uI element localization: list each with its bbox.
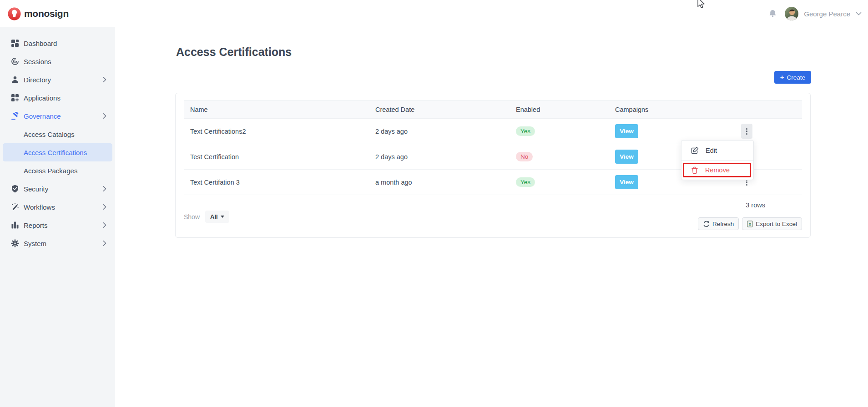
- view-campaigns-button[interactable]: View: [615, 150, 638, 164]
- edit-icon: [691, 146, 699, 154]
- sidebar-item-label: Security: [24, 185, 48, 193]
- column-header-name: Name: [184, 106, 369, 113]
- sidebar-subitem-label: Access Certifications: [24, 149, 87, 156]
- chevron-right-icon: [102, 76, 107, 83]
- refresh-button-label: Refresh: [712, 221, 734, 227]
- chevron-right-icon: [102, 186, 107, 192]
- sidebar-item-sessions[interactable]: Sessions: [0, 52, 115, 70]
- sidebar-item-label: Reports: [24, 221, 48, 229]
- view-campaigns-button[interactable]: View: [615, 124, 638, 138]
- sidebar-item-label: Dashboard: [24, 40, 57, 47]
- cell-created-date: a month ago: [369, 179, 510, 186]
- sidebar-subitem-label: Access Packages: [24, 167, 77, 175]
- sidebar-item-dashboard[interactable]: Dashboard: [0, 34, 115, 52]
- magic-wand-icon: [11, 203, 19, 211]
- sidebar-item-access-packages[interactable]: Access Packages: [0, 161, 115, 180]
- sidebar-item-access-certifications[interactable]: Access Certifications: [3, 143, 112, 161]
- enabled-badge: No: [516, 152, 533, 161]
- excel-file-icon: x: [747, 221, 753, 227]
- page-title: Access Certifications: [176, 45, 292, 59]
- sidebar-item-applications[interactable]: Applications: [0, 89, 115, 107]
- gear-icon: [11, 239, 19, 247]
- sidebar-item-label: Applications: [24, 94, 61, 102]
- page-size-value: All: [210, 213, 218, 220]
- show-label: Show: [184, 213, 200, 221]
- applications-icon: [11, 94, 19, 102]
- avatar[interactable]: [785, 7, 798, 20]
- sidebar-item-label: Workflows: [24, 203, 55, 211]
- notifications-bell-icon[interactable]: [767, 9, 777, 19]
- brand-name: monosign: [24, 8, 69, 19]
- trash-icon: [691, 166, 698, 174]
- column-header-campaigns: Campaigns: [609, 106, 741, 113]
- row-menu-kebab-icon[interactable]: [741, 124, 752, 139]
- cell-created-date: 2 days ago: [369, 128, 510, 135]
- menu-item-edit[interactable]: Edit: [681, 141, 753, 160]
- view-campaigns-button[interactable]: View: [615, 175, 638, 189]
- sessions-icon: [11, 57, 19, 65]
- sidebar-item-reports[interactable]: Reports: [0, 216, 115, 234]
- table-header-row: Name Created Date Enabled Campaigns: [184, 100, 802, 119]
- enabled-badge: Yes: [516, 177, 535, 187]
- dashboard-icon: [11, 39, 19, 47]
- topbar: monosign George Pearce: [0, 0, 868, 27]
- sidebar-item-system[interactable]: System: [0, 234, 115, 252]
- main-content: Access Certifications + Create Name Crea…: [115, 27, 868, 407]
- shield-check-icon: [11, 185, 19, 193]
- monosign-logo-icon: [8, 7, 21, 20]
- sidebar-item-workflows[interactable]: Workflows: [0, 198, 115, 216]
- governance-icon: [11, 112, 19, 120]
- chevron-right-icon: [102, 204, 107, 210]
- menu-item-label: Edit: [706, 147, 717, 154]
- export-to-excel-button[interactable]: x Export to Excel: [742, 217, 802, 230]
- create-button-label: Create: [787, 74, 806, 81]
- directory-icon: [11, 75, 19, 84]
- user-menu[interactable]: George Pearce: [785, 7, 862, 20]
- column-header-created-date: Created Date: [369, 106, 510, 113]
- svg-text:x: x: [749, 221, 751, 226]
- sidebar-item-label: System: [24, 240, 46, 247]
- sidebar-subitem-label: Access Catalogs: [24, 131, 75, 138]
- rows-count: 3 rows: [746, 201, 765, 209]
- page-size-select[interactable]: All: [205, 211, 229, 223]
- cell-created-date: 2 days ago: [369, 153, 510, 161]
- chevron-right-icon: [102, 222, 107, 228]
- export-button-label: Export to Excel: [756, 221, 797, 227]
- row-context-menu: Edit Remove: [681, 140, 754, 180]
- enabled-badge: Yes: [516, 126, 535, 136]
- create-button[interactable]: + Create: [774, 71, 811, 84]
- caret-down-icon: [221, 216, 224, 218]
- bar-chart-icon: [11, 221, 19, 229]
- sidebar-item-security[interactable]: Security: [0, 180, 115, 198]
- cell-name: Test Certification: [184, 153, 369, 161]
- chevron-right-icon: [102, 240, 107, 246]
- sidebar-item-access-catalogs[interactable]: Access Catalogs: [0, 125, 115, 143]
- sidebar-item-directory[interactable]: Directory: [0, 70, 115, 89]
- brand-logo[interactable]: monosign: [8, 7, 69, 20]
- sidebar-item-governance[interactable]: Governance: [0, 107, 115, 125]
- plus-icon: +: [780, 74, 784, 80]
- sidebar-item-label: Sessions: [24, 58, 51, 65]
- sidebar-item-label: Governance: [24, 112, 61, 120]
- sidebar: Dashboard Sessions Directory: [0, 27, 115, 407]
- chevron-down-icon: [856, 12, 862, 16]
- chevron-right-icon: [102, 113, 107, 119]
- refresh-icon: [703, 221, 710, 227]
- user-name: George Pearce: [804, 10, 850, 18]
- menu-item-label: Remove: [705, 166, 730, 174]
- cell-name: Text Certifications2: [184, 128, 369, 135]
- sidebar-item-label: Directory: [24, 76, 51, 84]
- cell-name: Text Certifation 3: [184, 179, 369, 186]
- refresh-button[interactable]: Refresh: [698, 217, 739, 230]
- column-header-enabled: Enabled: [510, 106, 609, 113]
- menu-item-remove[interactable]: Remove: [681, 160, 753, 180]
